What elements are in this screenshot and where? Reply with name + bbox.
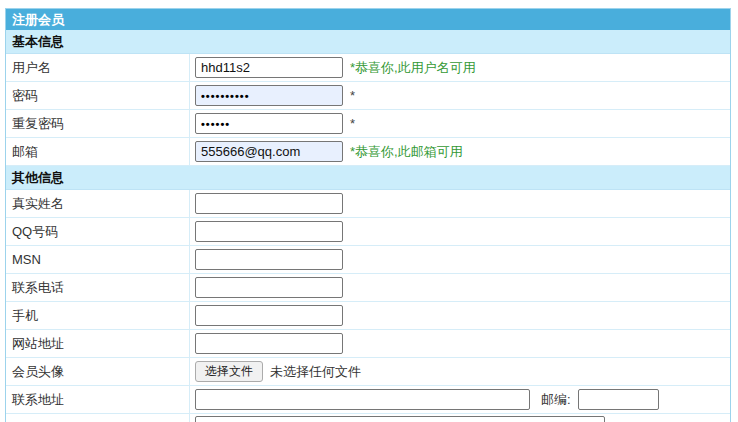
row-address: 联系地址 邮编: (6, 386, 730, 414)
row-phone: 联系电话 (6, 274, 730, 302)
section-other-info: 其他信息 (6, 166, 730, 190)
row-avatar: 会员头像 选择文件 未选择任何文件 (6, 358, 730, 386)
file-status-text: 未选择任何文件 (270, 363, 361, 381)
phone-input[interactable] (195, 277, 343, 298)
address-label: 联系地址 (6, 386, 190, 413)
qq-label: QQ号码 (6, 218, 190, 245)
row-qq: QQ号码 (6, 218, 730, 246)
panel-title: 注册会员 (6, 9, 730, 30)
postal-code-label: 邮编: (541, 391, 571, 409)
username-label: 用户名 (6, 54, 190, 81)
row-cutoff (6, 414, 730, 422)
row-email: 邮箱 *恭喜你,此邮箱可用 (6, 138, 730, 166)
address-input[interactable] (195, 389, 530, 410)
email-label: 邮箱 (6, 138, 190, 165)
qq-input[interactable] (195, 221, 343, 242)
postal-code-input[interactable] (578, 389, 659, 410)
row-website: 网站地址 (6, 330, 730, 358)
row-real-name: 真实姓名 (6, 190, 730, 218)
website-label: 网站地址 (6, 330, 190, 357)
password-repeat-required-mark: * (350, 116, 355, 131)
cutoff-input[interactable] (195, 416, 605, 422)
password-label: 密码 (6, 82, 190, 109)
real-name-label: 真实姓名 (6, 190, 190, 217)
section-basic-info: 基本信息 (6, 30, 730, 54)
cutoff-label (6, 414, 190, 422)
email-input[interactable] (195, 141, 343, 162)
registration-panel: 注册会员 基本信息 用户名 *恭喜你,此用户名可用 密码 * 重复密码 * 邮 (5, 8, 731, 422)
row-msn: MSN (6, 246, 730, 274)
msn-input[interactable] (195, 249, 343, 270)
msn-label: MSN (6, 246, 190, 273)
real-name-input[interactable] (195, 193, 343, 214)
password-required-mark: * (350, 88, 355, 103)
password-repeat-label: 重复密码 (6, 110, 190, 137)
phone-label: 联系电话 (6, 274, 190, 301)
registration-page: 注册会员 基本信息 用户名 *恭喜你,此用户名可用 密码 * 重复密码 * 邮 (0, 0, 738, 422)
row-password: 密码 * (6, 82, 730, 110)
email-hint: *恭喜你,此邮箱可用 (350, 143, 463, 161)
avatar-label: 会员头像 (6, 358, 190, 385)
row-mobile: 手机 (6, 302, 730, 330)
password-repeat-input[interactable] (195, 113, 343, 134)
choose-file-button[interactable]: 选择文件 (195, 361, 263, 382)
mobile-input[interactable] (195, 305, 343, 326)
username-hint: *恭喜你,此用户名可用 (350, 59, 476, 77)
website-input[interactable] (195, 333, 343, 354)
row-password-repeat: 重复密码 * (6, 110, 730, 138)
mobile-label: 手机 (6, 302, 190, 329)
row-username: 用户名 *恭喜你,此用户名可用 (6, 54, 730, 82)
password-input[interactable] (195, 85, 343, 106)
username-input[interactable] (195, 57, 343, 78)
